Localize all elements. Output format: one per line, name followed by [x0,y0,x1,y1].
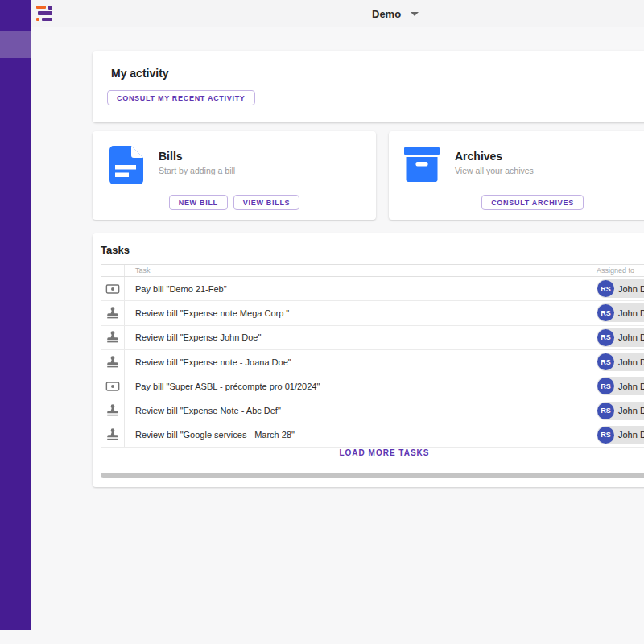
assignee-chip[interactable]: RSJohn Doe [597,353,644,371]
table-row[interactable]: Review bill "Expense note - Joana Doe"RS… [101,350,644,374]
archives-title: Archives [455,150,502,163]
scrollbar-thumb[interactable] [101,473,644,478]
avatar: RS [597,280,614,297]
assignee-name: John Doe [618,284,644,294]
assignee-chip[interactable]: RSJohn Doe [597,328,644,347]
logo-bar-purple-bottom [42,18,52,21]
consult-archives-button[interactable]: CONSULT ARCHIVES [481,195,584,210]
logo-square-orange [36,18,39,21]
stamp-icon [101,350,125,374]
task-label: Pay bill "Super ASBL - précompte pro 01/… [125,374,592,398]
payments-icon [101,374,125,398]
tasks-title: Tasks [101,244,130,256]
assigned-cell: RSJohn Doe [592,350,644,374]
workspace-switcher[interactable]: Demo [372,0,419,27]
assignee-chip[interactable]: RSJohn Doe [597,377,644,395]
assignee-chip[interactable]: RSJohn Doe [597,402,644,420]
avatar: RS [597,353,614,370]
table-row[interactable]: Review bill "Expense Note - Abc Def"RSJo… [101,398,644,423]
load-more-tasks-button[interactable]: LOAD MORE TASKS [93,448,644,457]
bills-actions: NEW BILL VIEW BILLS [93,195,376,210]
logo-bar-orange [36,6,46,9]
sidebar [0,0,31,630]
assignee-chip[interactable]: RSJohn Doe [597,303,644,322]
assignee-name: John Doe [618,430,644,440]
assigned-column-header: Assigned to [592,265,644,276]
assigned-cell: RSJohn Doe [592,326,644,349]
sidebar-active-item[interactable] [0,31,31,58]
consult-activity-button[interactable]: CONSULT MY RECENT ACTIVITY [107,90,255,105]
bills-subtitle: Start by adding a bill [159,166,235,175]
task-label: Review bill "Expense note Mega Corp " [125,301,592,324]
chevron-down-icon [411,12,419,16]
assignee-chip[interactable]: RSJohn Doe [597,426,644,444]
assigned-cell: RSJohn Doe [592,374,644,398]
app-logo-icon[interactable] [36,6,52,22]
table-row[interactable]: Review bill "Google services - March 28"… [101,423,644,448]
tasks-card: Tasks Task Assigned to Pay bill "Demo 21… [93,233,644,487]
archives-subtitle: View all your achives [455,166,534,175]
task-label: Review bill "Expense note - Joana Doe" [125,350,592,374]
avatar: RS [597,378,614,394]
assignee-name: John Doe [618,332,644,342]
payments-icon [101,277,125,300]
avatar: RS [597,402,614,419]
table-row[interactable]: Review bill "Expense John Doe"RSJohn Doe [101,326,644,350]
avatar: RS [597,329,614,346]
document-icon [108,146,143,184]
assigned-cell: RSJohn Doe [592,423,644,447]
assigned-cell: RSJohn Doe [592,398,644,422]
table-row[interactable]: Review bill "Expense note Mega Corp "RSJ… [101,301,644,325]
assignee-name: John Doe [618,357,644,367]
horizontal-scrollbar [101,473,644,478]
my-activity-card: My activity CONSULT MY RECENT ACTIVITY [93,51,644,122]
bills-card: Bills Start by adding a bill NEW BILL VI… [93,131,376,220]
bills-title: Bills [159,150,183,163]
stamp-icon [101,398,125,422]
assignee-name: John Doe [618,308,644,318]
avatar: RS [597,427,614,444]
table-row[interactable]: Pay bill "Demo 21-Feb"RSJohn Doe [101,277,644,301]
stamp-icon [101,301,125,324]
stamp-icon [101,326,125,349]
table-row[interactable]: Pay bill "Super ASBL - précompte pro 01/… [101,374,644,398]
task-label: Review bill "Google services - March 28" [125,423,592,447]
view-bills-button[interactable]: VIEW BILLS [233,195,300,210]
avatar: RS [597,304,614,321]
my-activity-title: My activity [111,67,169,80]
assignee-name: John Doe [618,382,644,391]
task-label: Review bill "Expense John Doe" [125,326,592,349]
workspace-title: Demo [372,8,401,20]
archives-card: Archives View all your achives CONSULT A… [389,131,644,220]
task-label: Review bill "Expense Note - Abc Def" [125,398,592,422]
logo-square-purple [48,6,52,10]
assignee-name: John Doe [618,406,644,415]
icon-column-header [101,265,125,276]
archive-box-icon [404,146,440,184]
assignee-chip[interactable]: RSJohn Doe [597,279,644,298]
archives-actions: CONSULT ARCHIVES [389,195,644,210]
assigned-cell: RSJohn Doe [592,277,644,300]
logo-bar-purple [38,11,52,15]
top-header: Demo [31,0,644,27]
tasks-table-body: Pay bill "Demo 21-Feb"RSJohn DoeReview b… [101,277,644,448]
tasks-table: Task Assigned to Pay bill "Demo 21-Feb"R… [101,264,644,448]
task-column-header: Task [125,265,592,276]
tasks-table-header: Task Assigned to [101,265,644,277]
assigned-cell: RSJohn Doe [592,301,644,324]
stamp-icon [101,423,125,447]
task-label: Pay bill "Demo 21-Feb" [125,277,592,300]
new-bill-button[interactable]: NEW BILL [169,195,228,210]
